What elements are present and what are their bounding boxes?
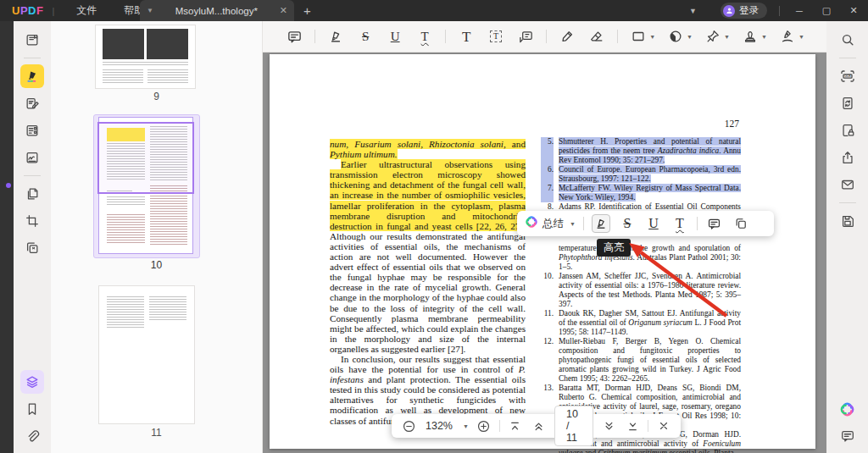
underline-tool[interactable]: U: [644, 214, 663, 233]
thumbnail-viewport-indicator[interactable]: [97, 122, 194, 194]
stamp-tool[interactable]: ▼: [741, 27, 767, 46]
divider: [697, 217, 698, 230]
updf-ai-icon[interactable]: [836, 397, 860, 421]
textbox-icon[interactable]: T: [487, 27, 505, 46]
comment-tool-icon[interactable]: [705, 214, 724, 233]
underline-icon[interactable]: U: [386, 27, 404, 46]
chevron-down-icon: ▼: [761, 34, 767, 40]
divider: [546, 30, 547, 43]
close-bar-icon[interactable]: [655, 417, 672, 434]
right-sidebar: OCR: [826, 21, 868, 453]
paperclip-icon[interactable]: [20, 424, 44, 448]
strikethrough-tool[interactable]: S: [618, 214, 637, 233]
first-page-icon[interactable]: [507, 417, 524, 434]
tab-dropdown-icon[interactable]: ▼: [147, 7, 153, 14]
callout-icon[interactable]: [516, 27, 535, 46]
save-icon[interactable]: [836, 209, 860, 233]
updf-ai-icon: [525, 215, 538, 232]
crop-icon[interactable]: [20, 209, 44, 233]
share-icon[interactable]: [836, 146, 860, 169]
signature-icon: [778, 27, 797, 46]
previous-page-icon[interactable]: [531, 417, 548, 434]
shape-fill-tool[interactable]: ▼: [666, 27, 693, 46]
layers-icon[interactable]: [20, 370, 44, 394]
text-comment-icon[interactable]: T: [457, 27, 476, 46]
new-tab-button[interactable]: +: [303, 0, 311, 21]
fill-shape-icon: [666, 27, 685, 46]
selection-toolbar: 总结 ▼ S U T: [517, 211, 774, 236]
edit-pdf-icon[interactable]: [20, 91, 44, 115]
rectangle-shape-icon: [629, 27, 648, 46]
thumbnail-page-9[interactable]: [96, 25, 195, 88]
divider: [445, 30, 446, 43]
highlight-tool-selected[interactable]: [592, 214, 610, 233]
reader-mode-icon[interactable]: [20, 28, 44, 52]
divider: [617, 30, 618, 43]
last-page-icon[interactable]: [624, 417, 641, 434]
reference-text: McLafferty FW. Wiley Registry of Mass Sp…: [559, 184, 741, 202]
organize-pages-icon[interactable]: [20, 182, 44, 206]
ocr-icon[interactable]: OCR: [836, 64, 860, 88]
menu-file[interactable]: 文件: [63, 0, 110, 21]
zoom-in-icon[interactable]: [476, 417, 492, 434]
chevron-down-icon[interactable]: ▼: [463, 423, 469, 429]
zoom-level[interactable]: 132%: [424, 420, 454, 432]
mail-icon[interactable]: [836, 173, 860, 196]
reference-number: 6.: [541, 165, 554, 184]
squiggly-tool[interactable]: T: [670, 214, 689, 233]
chevron-down-icon: ▼: [570, 221, 576, 227]
login-button[interactable]: 登录: [721, 3, 767, 19]
maximize-button[interactable]: ▢: [819, 5, 834, 16]
sign-icon[interactable]: [20, 146, 44, 169]
reference-item: 6.Council of Europe. European Pharmacopo…: [541, 165, 741, 184]
convert-icon[interactable]: [836, 91, 860, 115]
comment-icon[interactable]: [285, 27, 303, 46]
reference-text: Council of Europe. European Pharmacopoei…: [559, 165, 741, 184]
document-left-column: num, Fusarium solani, Rhizoctonia solani…: [330, 139, 526, 426]
sidebar-annotate-highlighter-active[interactable]: [20, 64, 44, 88]
reference-text: temperature effects on the growth and sp…: [559, 244, 741, 272]
bookmark-icon[interactable]: [20, 397, 44, 421]
page-indicator[interactable]: 10 / 11: [554, 406, 593, 446]
highlighter-icon[interactable]: [326, 27, 345, 46]
pin-tool[interactable]: ▼: [704, 27, 730, 46]
svg-text:OCR: OCR: [844, 75, 851, 78]
ai-summarize-button[interactable]: 总结 ▼: [525, 215, 576, 232]
chevron-down-icon: ▼: [798, 34, 804, 40]
next-page-icon[interactable]: [600, 417, 617, 434]
tab-close-icon[interactable]: ✕: [280, 5, 287, 16]
login-label: 登录: [739, 4, 759, 17]
protect-icon[interactable]: [836, 119, 860, 142]
pencil-icon[interactable]: [558, 27, 576, 46]
shape-rectangle-tool[interactable]: ▼: [629, 27, 655, 46]
left-sidebar: [14, 21, 51, 453]
reference-number: 10.: [541, 272, 554, 309]
divider: [499, 420, 500, 432]
chevron-down-icon: ▼: [687, 34, 693, 40]
forms-icon[interactable]: [20, 119, 44, 142]
thumbnail-label-11: 11: [51, 427, 262, 439]
thumbnail-page-11[interactable]: [99, 286, 194, 423]
strikethrough-icon[interactable]: S: [356, 27, 375, 46]
thumbnail-panel: 9 10 11: [51, 21, 263, 453]
divider: [24, 175, 41, 176]
avatar: [723, 5, 735, 17]
document-tab[interactable]: ▼ MsoyluM...thology* ✕: [140, 0, 294, 21]
window-edge-strip: [0, 21, 14, 453]
copy-icon[interactable]: [732, 214, 750, 233]
reference-number: 12.: [541, 337, 554, 384]
extract-pages-icon[interactable]: [20, 236, 44, 260]
divider: [779, 6, 780, 16]
stamp-icon: [741, 27, 760, 46]
pdf-page[interactable]: 127 num, Fusarium solani, Rhizoctonia so…: [270, 54, 815, 449]
minimize-button[interactable]: ─: [792, 6, 807, 16]
squiggly-underline-icon[interactable]: T: [415, 27, 434, 46]
search-icon[interactable]: [836, 28, 860, 52]
eraser-icon[interactable]: [587, 27, 606, 46]
signature-tool[interactable]: ▼: [778, 27, 804, 46]
chevron-down-icon[interactable]: ▼: [689, 7, 697, 15]
reference-item: 11.Daouk RK, Dagher SM, Sattout EJ. Anti…: [541, 309, 741, 337]
comment-panel-icon[interactable]: [836, 424, 860, 448]
zoom-out-icon[interactable]: [400, 417, 417, 434]
close-button[interactable]: ✕: [846, 5, 861, 16]
